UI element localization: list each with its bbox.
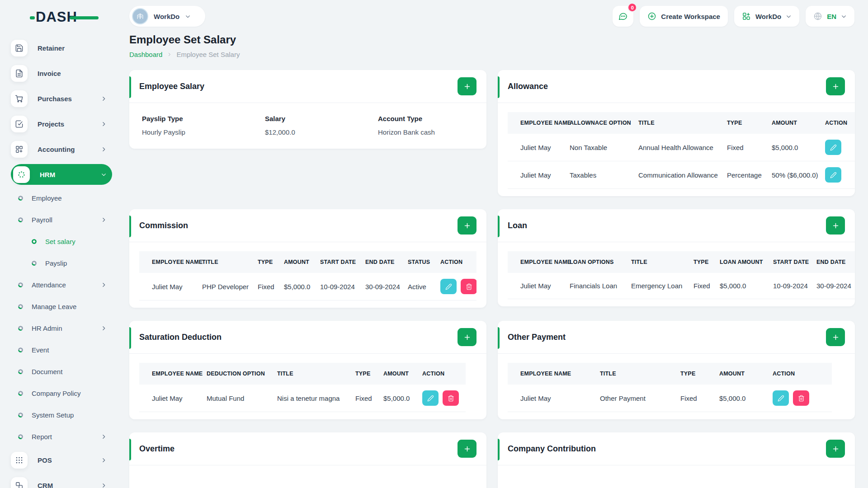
delete-button[interactable] xyxy=(461,279,476,294)
cell: Fixed xyxy=(349,385,377,412)
add-employee-salary-button[interactable] xyxy=(458,77,476,95)
app-root: DASH Retainer Invoice Purchases xyxy=(0,0,868,488)
sidebar-item-hr-admin[interactable]: HR Admin xyxy=(11,317,112,339)
messages-button[interactable]: 0 xyxy=(613,6,633,27)
cell: Percentage xyxy=(721,161,765,189)
column-header: TYPE xyxy=(687,251,713,273)
column-header: LOAN AMOUNT xyxy=(713,251,767,273)
card-commission: Commission EMPLOYEE NAMETITLETYPEAMOUNTS… xyxy=(129,209,486,308)
sidebar-item-pos[interactable]: POS xyxy=(11,447,112,473)
add-company-contribution-button[interactable] xyxy=(826,440,845,458)
add-loan-button[interactable] xyxy=(826,216,845,235)
topbar: WorkDo 0 Create Workspace WorkDo xyxy=(117,0,868,27)
cell: Juliet May xyxy=(508,273,563,299)
language-selector[interactable]: EN xyxy=(806,6,854,27)
trash-icon xyxy=(798,395,805,402)
invoice-icon xyxy=(11,65,28,82)
card-overtime: Overtime xyxy=(129,432,486,488)
allowance-table: EMPLOYEE NAMEALLOWNACE OPTIONTITLETYPEAM… xyxy=(508,112,855,189)
card-title: Other Payment xyxy=(508,333,566,342)
add-commission-button[interactable] xyxy=(458,216,476,235)
sidebar-item-company-policy[interactable]: Company Policy xyxy=(11,382,112,404)
cell: Non Taxable xyxy=(563,134,632,161)
edit-button[interactable] xyxy=(825,140,841,155)
edit-button[interactable] xyxy=(422,390,439,406)
column-header: END DATE xyxy=(810,251,855,273)
card-title: Overtime xyxy=(139,444,175,454)
table-row: Juliet MayNon TaxableAnnual Health Allow… xyxy=(508,134,855,161)
brand-logo[interactable]: DASH xyxy=(30,9,98,26)
add-allowance-button[interactable] xyxy=(826,77,845,95)
add-overtime-button[interactable] xyxy=(458,440,476,458)
plus-icon xyxy=(832,333,840,341)
card-loan: Loan EMPLOYEE NAMELOAN OPTIONSTITLETYPEL… xyxy=(498,209,855,306)
pencil-icon xyxy=(778,395,784,402)
add-saturation-deduction-button[interactable] xyxy=(458,328,476,346)
column-header: AMOUNT xyxy=(377,363,416,385)
column-header: TITLE xyxy=(594,363,674,385)
sidebar-item-employee[interactable]: Employee xyxy=(11,187,112,209)
sidebar-item-attendance[interactable]: Attendance xyxy=(11,274,112,296)
cards-grid: Employee Salary Payslip Type Hourly Pays… xyxy=(117,58,868,488)
cell: Fixed xyxy=(687,273,713,299)
card-title: Saturation Deduction xyxy=(139,333,222,342)
loan-table: EMPLOYEE NAMELOAN OPTIONSTITLETYPELOAN A… xyxy=(508,251,855,299)
sidebar-item-event[interactable]: Event xyxy=(11,339,112,361)
chat-icon xyxy=(618,11,628,21)
workdo-apps-button[interactable]: WorkDo xyxy=(734,6,799,27)
pencil-icon xyxy=(427,395,434,402)
sidebar-item-invoice[interactable]: Invoice xyxy=(11,61,112,86)
sidebar-item-retainer[interactable]: Retainer xyxy=(11,35,112,61)
card-company-contribution: Company Contribution xyxy=(498,432,855,488)
cell: Juliet May xyxy=(139,385,200,412)
sidebar-item-document[interactable]: Document xyxy=(11,361,112,382)
edit-button[interactable] xyxy=(825,167,841,183)
action-cell xyxy=(416,385,466,412)
sidebar-item-projects[interactable]: Projects xyxy=(11,111,112,136)
plus-icon xyxy=(832,445,840,453)
chevron-down-icon xyxy=(786,14,792,19)
page-title: Employee Set Salary xyxy=(129,33,854,46)
action-cell xyxy=(819,134,855,161)
sidebar-item-crm[interactable]: CRM xyxy=(11,473,112,488)
trash-icon xyxy=(448,395,454,402)
field-payslip-type: Payslip Type Hourly Payslip xyxy=(142,115,265,136)
add-other-payment-button[interactable] xyxy=(826,328,845,346)
sidebar-item-hrm[interactable]: HRM xyxy=(11,164,112,185)
chevron-right-icon xyxy=(101,457,107,463)
cell: $5,000.0 xyxy=(765,134,819,161)
sidebar-item-system-setup[interactable]: System Setup xyxy=(11,404,112,426)
column-header: ACTION xyxy=(434,251,476,273)
column-header: TYPE xyxy=(721,112,765,134)
sidebar-item-purchases[interactable]: Purchases xyxy=(11,86,112,111)
chevron-right-icon xyxy=(101,483,107,488)
edit-button[interactable] xyxy=(440,279,457,294)
column-header: DEDUCTION OPTION xyxy=(200,363,271,385)
delete-button[interactable] xyxy=(443,390,459,406)
table-header-row: EMPLOYEE NAMETITLETYPEAMOUNTSTART DATEEN… xyxy=(139,251,476,273)
sidebar-item-accounting[interactable]: Accounting xyxy=(11,136,112,162)
card-employee-salary: Employee Salary Payslip Type Hourly Pays… xyxy=(129,70,486,149)
workspace-switcher[interactable]: WorkDo xyxy=(129,6,205,27)
cart-icon xyxy=(11,90,28,107)
delete-button[interactable] xyxy=(793,390,809,406)
sidebar-item-manage-leave[interactable]: Manage Leave xyxy=(11,296,112,317)
grid-plus-icon xyxy=(742,12,751,21)
edit-button[interactable] xyxy=(773,390,789,406)
card-allowance: Allowance EMPLOYEE NAMEALLOWNACE OPTIONT… xyxy=(498,70,855,196)
table-row: Juliet MayPHP DeveloperFixed$5,000.010-0… xyxy=(139,273,476,300)
plus-icon xyxy=(463,83,471,90)
sidebar-item-payslip[interactable]: Payslip xyxy=(11,252,112,274)
cell: $5,000.0 xyxy=(377,385,416,412)
bullet-icon xyxy=(18,304,23,309)
cell: Juliet May xyxy=(508,385,594,412)
sidebar-item-set-salary[interactable]: Set salary xyxy=(11,230,112,252)
sidebar-item-payroll[interactable]: Payroll xyxy=(11,209,112,230)
workspace-avatar xyxy=(132,8,148,24)
column-header: TYPE xyxy=(251,251,278,273)
create-workspace-button[interactable]: Create Workspace xyxy=(640,6,728,27)
card-title: Employee Salary xyxy=(139,82,204,91)
breadcrumb-dashboard-link[interactable]: Dashboard xyxy=(129,51,162,58)
sidebar-item-report[interactable]: Report xyxy=(11,426,112,447)
main-area: WorkDo 0 Create Workspace WorkDo xyxy=(117,0,868,488)
